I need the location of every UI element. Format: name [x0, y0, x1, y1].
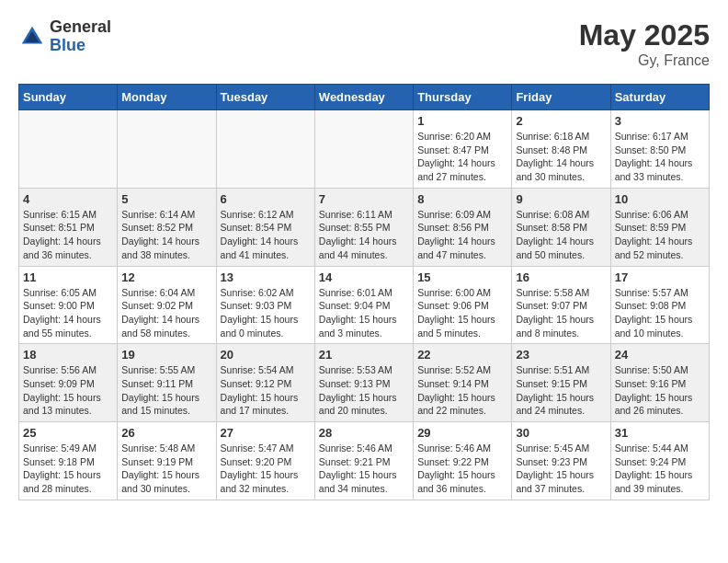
day-info: Sunrise: 5:57 AM Sunset: 9:08 PM Dayligh…: [615, 286, 705, 340]
day-number: 28: [319, 426, 409, 440]
day-number: 17: [615, 270, 705, 284]
day-info: Sunrise: 5:46 AM Sunset: 9:22 PM Dayligh…: [417, 442, 507, 496]
day-info: Sunrise: 6:15 AM Sunset: 8:51 PM Dayligh…: [23, 208, 113, 262]
day-number: 14: [319, 270, 409, 284]
day-number: 13: [221, 270, 311, 284]
day-number: 24: [615, 348, 705, 362]
day-number: 7: [319, 192, 409, 206]
day-info: Sunrise: 5:51 AM Sunset: 9:15 PM Dayligh…: [516, 363, 606, 418]
day-number: 19: [121, 348, 211, 362]
calendar-cell: 29Sunrise: 5:46 AM Sunset: 9:22 PM Dayli…: [414, 422, 512, 500]
day-info: Sunrise: 6:01 AM Sunset: 9:04 PM Dayligh…: [319, 286, 409, 340]
calendar-cell: 26Sunrise: 5:48 AM Sunset: 9:19 PM Dayli…: [118, 422, 216, 500]
day-info: Sunrise: 6:11 AM Sunset: 8:55 PM Dayligh…: [319, 208, 409, 262]
calendar-cell: 1Sunrise: 6:20 AM Sunset: 8:47 PM Daylig…: [414, 110, 512, 189]
calendar-cell: 15Sunrise: 6:00 AM Sunset: 9:06 PM Dayli…: [414, 266, 512, 344]
day-info: Sunrise: 6:14 AM Sunset: 8:52 PM Dayligh…: [121, 208, 211, 262]
calendar-cell: 6Sunrise: 6:12 AM Sunset: 8:54 PM Daylig…: [216, 188, 314, 266]
calendar-cell: 7Sunrise: 6:11 AM Sunset: 8:55 PM Daylig…: [314, 188, 413, 266]
calendar-cell: 12Sunrise: 6:04 AM Sunset: 9:02 PM Dayli…: [118, 266, 216, 344]
day-info: Sunrise: 5:53 AM Sunset: 9:13 PM Dayligh…: [319, 363, 409, 418]
day-number: 18: [23, 348, 113, 362]
title-block: May 2025 Gy, France: [579, 18, 710, 69]
calendar-cell: 18Sunrise: 5:56 AM Sunset: 9:09 PM Dayli…: [19, 344, 118, 422]
day-number: 1: [417, 114, 507, 128]
day-info: Sunrise: 5:46 AM Sunset: 9:21 PM Dayligh…: [319, 442, 409, 496]
day-number: 31: [615, 426, 705, 440]
day-number: 11: [23, 270, 113, 284]
calendar-cell: 17Sunrise: 5:57 AM Sunset: 9:08 PM Dayli…: [610, 266, 709, 344]
calendar-title: May 2025: [579, 18, 710, 52]
calendar-cell: 11Sunrise: 6:05 AM Sunset: 9:00 PM Dayli…: [19, 266, 118, 344]
day-info: Sunrise: 5:49 AM Sunset: 9:18 PM Dayligh…: [23, 442, 113, 496]
day-number: 26: [121, 426, 211, 440]
calendar-week-row: 25Sunrise: 5:49 AM Sunset: 9:18 PM Dayli…: [19, 422, 710, 500]
day-info: Sunrise: 5:58 AM Sunset: 9:07 PM Dayligh…: [516, 286, 606, 340]
calendar-cell: 21Sunrise: 5:53 AM Sunset: 9:13 PM Dayli…: [314, 344, 413, 422]
day-info: Sunrise: 5:47 AM Sunset: 9:20 PM Dayligh…: [221, 442, 311, 496]
weekday-header: Monday: [118, 85, 216, 110]
calendar-cell: 20Sunrise: 5:54 AM Sunset: 9:12 PM Dayli…: [216, 344, 314, 422]
calendar-cell: 10Sunrise: 6:06 AM Sunset: 8:59 PM Dayli…: [610, 188, 709, 266]
calendar-week-row: 18Sunrise: 5:56 AM Sunset: 9:09 PM Dayli…: [19, 344, 710, 422]
calendar-table: SundayMondayTuesdayWednesdayThursdayFrid…: [18, 84, 710, 500]
logo: General Blue: [18, 18, 111, 55]
day-info: Sunrise: 5:48 AM Sunset: 9:19 PM Dayligh…: [121, 442, 211, 496]
day-info: Sunrise: 5:56 AM Sunset: 9:09 PM Dayligh…: [23, 363, 113, 418]
calendar-cell: [314, 110, 413, 189]
calendar-cell: 14Sunrise: 6:01 AM Sunset: 9:04 PM Dayli…: [314, 266, 413, 344]
calendar-cell: 28Sunrise: 5:46 AM Sunset: 9:21 PM Dayli…: [314, 422, 413, 500]
day-info: Sunrise: 6:05 AM Sunset: 9:00 PM Dayligh…: [23, 286, 113, 340]
weekday-header: Wednesday: [314, 85, 413, 110]
day-info: Sunrise: 6:12 AM Sunset: 8:54 PM Dayligh…: [221, 208, 311, 262]
calendar-cell: 19Sunrise: 5:55 AM Sunset: 9:11 PM Dayli…: [118, 344, 216, 422]
calendar-cell: 4Sunrise: 6:15 AM Sunset: 8:51 PM Daylig…: [19, 188, 118, 266]
calendar-cell: 8Sunrise: 6:09 AM Sunset: 8:56 PM Daylig…: [414, 188, 512, 266]
day-number: 6: [221, 192, 311, 206]
day-info: Sunrise: 6:08 AM Sunset: 8:58 PM Dayligh…: [516, 208, 606, 262]
calendar-cell: 25Sunrise: 5:49 AM Sunset: 9:18 PM Dayli…: [19, 422, 118, 500]
day-info: Sunrise: 6:18 AM Sunset: 8:48 PM Dayligh…: [516, 130, 606, 184]
day-number: 30: [516, 426, 606, 440]
page-header: General Blue May 2025 Gy, France: [18, 18, 710, 69]
calendar-cell: 27Sunrise: 5:47 AM Sunset: 9:20 PM Dayli…: [216, 422, 314, 500]
calendar-body: 1Sunrise: 6:20 AM Sunset: 8:47 PM Daylig…: [19, 110, 710, 500]
calendar-cell: [118, 110, 216, 189]
day-number: 12: [121, 270, 211, 284]
day-number: 3: [615, 114, 705, 128]
calendar-subtitle: Gy, France: [579, 52, 710, 69]
day-info: Sunrise: 5:55 AM Sunset: 9:11 PM Dayligh…: [121, 363, 211, 418]
day-info: Sunrise: 6:17 AM Sunset: 8:50 PM Dayligh…: [615, 130, 705, 184]
day-number: 16: [516, 270, 606, 284]
day-info: Sunrise: 5:54 AM Sunset: 9:12 PM Dayligh…: [221, 363, 311, 418]
calendar-cell: 9Sunrise: 6:08 AM Sunset: 8:58 PM Daylig…: [512, 188, 610, 266]
day-info: Sunrise: 6:09 AM Sunset: 8:56 PM Dayligh…: [417, 208, 507, 262]
calendar-cell: [216, 110, 314, 189]
day-number: 20: [221, 348, 311, 362]
logo-icon: [18, 23, 46, 51]
day-info: Sunrise: 5:44 AM Sunset: 9:24 PM Dayligh…: [615, 442, 705, 496]
day-number: 2: [516, 114, 606, 128]
calendar-cell: 23Sunrise: 5:51 AM Sunset: 9:15 PM Dayli…: [512, 344, 610, 422]
calendar-cell: 2Sunrise: 6:18 AM Sunset: 8:48 PM Daylig…: [512, 110, 610, 189]
day-number: 27: [221, 426, 311, 440]
weekday-header: Friday: [512, 85, 610, 110]
weekday-header: Tuesday: [216, 85, 314, 110]
calendar-cell: 30Sunrise: 5:45 AM Sunset: 9:23 PM Dayli…: [512, 422, 610, 500]
weekday-header: Saturday: [610, 85, 709, 110]
day-info: Sunrise: 6:06 AM Sunset: 8:59 PM Dayligh…: [615, 208, 705, 262]
day-number: 15: [417, 270, 507, 284]
day-number: 9: [516, 192, 606, 206]
calendar-cell: 3Sunrise: 6:17 AM Sunset: 8:50 PM Daylig…: [610, 110, 709, 189]
calendar-week-row: 1Sunrise: 6:20 AM Sunset: 8:47 PM Daylig…: [19, 110, 710, 189]
day-info: Sunrise: 6:02 AM Sunset: 9:03 PM Dayligh…: [221, 286, 311, 340]
day-number: 4: [23, 192, 113, 206]
calendar-cell: 16Sunrise: 5:58 AM Sunset: 9:07 PM Dayli…: [512, 266, 610, 344]
calendar-header: SundayMondayTuesdayWednesdayThursdayFrid…: [19, 85, 710, 110]
calendar-cell: 24Sunrise: 5:50 AM Sunset: 9:16 PM Dayli…: [610, 344, 709, 422]
day-info: Sunrise: 5:45 AM Sunset: 9:23 PM Dayligh…: [516, 442, 606, 496]
day-info: Sunrise: 6:04 AM Sunset: 9:02 PM Dayligh…: [121, 286, 211, 340]
calendar-cell: 5Sunrise: 6:14 AM Sunset: 8:52 PM Daylig…: [118, 188, 216, 266]
day-number: 21: [319, 348, 409, 362]
day-info: Sunrise: 5:50 AM Sunset: 9:16 PM Dayligh…: [615, 363, 705, 418]
